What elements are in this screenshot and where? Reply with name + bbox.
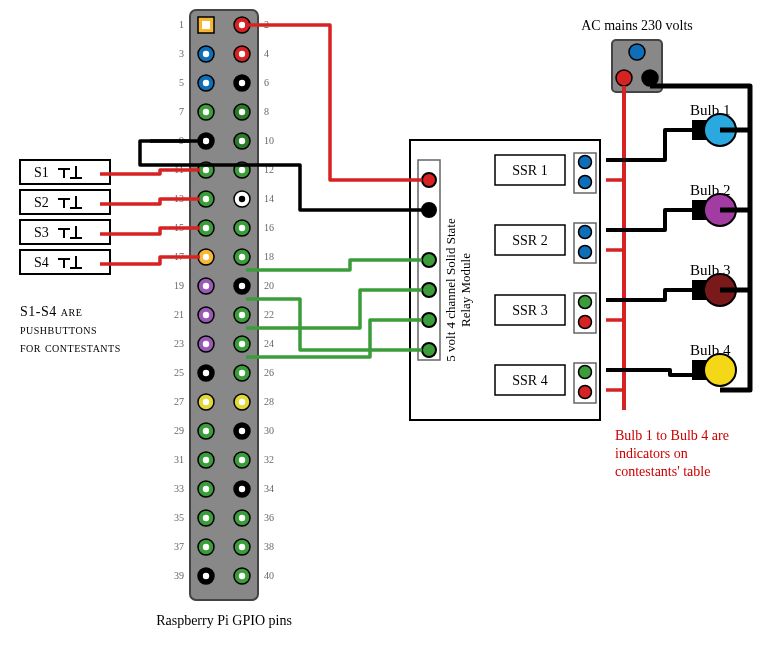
gpio-pin-label-35: 35 <box>174 512 184 523</box>
ac-neutral-terminal <box>629 44 645 60</box>
svg-point-26 <box>239 370 245 376</box>
relay-module: SSR 1SSR 2SSR 3SSR 4 <box>410 140 600 420</box>
svg-point-29 <box>203 428 209 434</box>
gpio-pin-label-39: 39 <box>174 570 184 581</box>
relay-gnd-terminal <box>422 203 436 217</box>
ssr1-out2 <box>579 176 592 189</box>
svg-point-13 <box>203 196 209 202</box>
switch-label: S1 <box>34 165 49 180</box>
switch-s2: S2 <box>20 190 110 214</box>
gpio-header: 1234567891011121314151617181920212223242… <box>174 10 274 600</box>
ssr2-out2 <box>579 246 592 259</box>
pushbutton-caption-2: pushbuttons <box>20 322 97 337</box>
gpio-pin-label-7: 7 <box>179 106 184 117</box>
bulb-caption-2: indicators on <box>615 446 688 461</box>
gpio-pin-label-22: 22 <box>264 309 274 320</box>
svg-point-30 <box>239 428 245 434</box>
ssr-label: SSR 4 <box>512 373 547 388</box>
svg-point-23 <box>203 341 209 347</box>
gpio-pin-label-3: 3 <box>179 48 184 59</box>
svg-point-3 <box>203 51 209 57</box>
svg-point-24 <box>239 341 245 347</box>
svg-point-31 <box>203 457 209 463</box>
relay-in3-terminal <box>422 313 436 327</box>
wire-s1 <box>100 170 200 174</box>
svg-point-22 <box>239 312 245 318</box>
bulb-column: Bulb 1Bulb 2Bulb 3Bulb 4 <box>690 102 736 386</box>
gpio-pin-label-18: 18 <box>264 251 274 262</box>
gpio-pin-label-30: 30 <box>264 425 274 436</box>
svg-point-7 <box>203 109 209 115</box>
svg-point-34 <box>239 486 245 492</box>
svg-point-38 <box>239 544 245 550</box>
svg-point-9 <box>203 138 209 144</box>
bulb-icon <box>704 354 736 386</box>
gpio-pin-label-6: 6 <box>264 77 269 88</box>
gpio-pin-label-24: 24 <box>264 338 274 349</box>
gpio-pin-label-21: 21 <box>174 309 184 320</box>
relay-in4-terminal <box>422 343 436 357</box>
gpio-pin-label-1: 1 <box>179 19 184 30</box>
svg-point-35 <box>203 515 209 521</box>
wire-s2 <box>100 199 200 204</box>
gpio-pin-label-26: 26 <box>264 367 274 378</box>
gpio-pin-label-20: 20 <box>264 280 274 291</box>
gpio-pin-label-28: 28 <box>264 396 274 407</box>
svg-point-27 <box>203 399 209 405</box>
wire-s3 <box>100 228 200 234</box>
wire-pin2-relay-vcc <box>245 25 422 180</box>
gpio-pin-label-16: 16 <box>264 222 274 233</box>
svg-point-4 <box>239 51 245 57</box>
svg-point-17 <box>203 254 209 260</box>
svg-point-19 <box>203 283 209 289</box>
svg-point-18 <box>239 254 245 260</box>
ssr-label: SSR 2 <box>512 233 547 248</box>
gpio-pin-label-25: 25 <box>174 367 184 378</box>
svg-point-10 <box>239 138 245 144</box>
ssr3-out1 <box>579 296 592 309</box>
gpio-pin-label-37: 37 <box>174 541 184 552</box>
relay-caption-1: 5 volt 4 channel Solid State <box>443 218 458 362</box>
svg-point-12 <box>239 167 245 173</box>
switch-s3: S3 <box>20 220 110 244</box>
ssr3-out2 <box>579 316 592 329</box>
relay-vcc-terminal <box>422 173 436 187</box>
wire-ssr4-bulb4 <box>606 370 695 375</box>
svg-point-33 <box>203 486 209 492</box>
wire-ssr3-bulb3 <box>606 290 695 300</box>
gpio-pin-label-32: 32 <box>264 454 274 465</box>
gpio-pin-label-38: 38 <box>264 541 274 552</box>
gpio-pin-label-40: 40 <box>264 570 274 581</box>
bulb-4: Bulb 4 <box>690 342 736 386</box>
bulb-caption-1: Bulb 1 to Bulb 4 are <box>615 428 729 443</box>
svg-point-25 <box>203 370 209 376</box>
gpio-pin-label-29: 29 <box>174 425 184 436</box>
svg-rect-1 <box>202 21 210 29</box>
ssr-label: SSR 3 <box>512 303 547 318</box>
bulb-3: Bulb 3 <box>690 262 736 306</box>
svg-point-39 <box>203 573 209 579</box>
svg-point-14 <box>239 196 245 202</box>
pushbutton-caption-3: for contestants <box>20 340 121 355</box>
ssr1-out1 <box>579 156 592 169</box>
ssr-label: SSR 1 <box>512 163 547 178</box>
svg-point-2 <box>239 22 245 28</box>
svg-point-5 <box>203 80 209 86</box>
ac-label: AC mains 230 volts <box>581 18 693 33</box>
svg-point-8 <box>239 109 245 115</box>
svg-point-11 <box>203 167 209 173</box>
svg-point-28 <box>239 399 245 405</box>
svg-point-15 <box>203 225 209 231</box>
switch-label: S3 <box>34 225 49 240</box>
ssr4-out2 <box>579 386 592 399</box>
switch-s4: S4 <box>20 250 110 274</box>
gpio-pin-label-8: 8 <box>264 106 269 117</box>
svg-point-21 <box>203 312 209 318</box>
bulb-1: Bulb 1 <box>690 102 736 146</box>
relay-caption-2: Relay Module <box>458 253 473 327</box>
wire-s4 <box>100 257 200 264</box>
switch-s1: S1 <box>20 160 110 184</box>
gpio-pin-label-31: 31 <box>174 454 184 465</box>
gpio-caption: Raspberry Pi GPIO pins <box>156 613 292 628</box>
svg-point-37 <box>203 544 209 550</box>
